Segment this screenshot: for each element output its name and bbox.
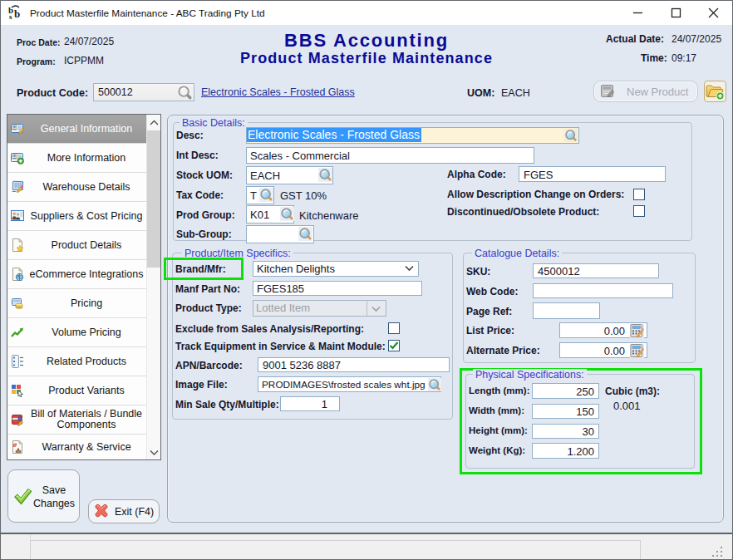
svg-text:s: s [9, 12, 12, 21]
svg-text:b: b [14, 7, 20, 20]
